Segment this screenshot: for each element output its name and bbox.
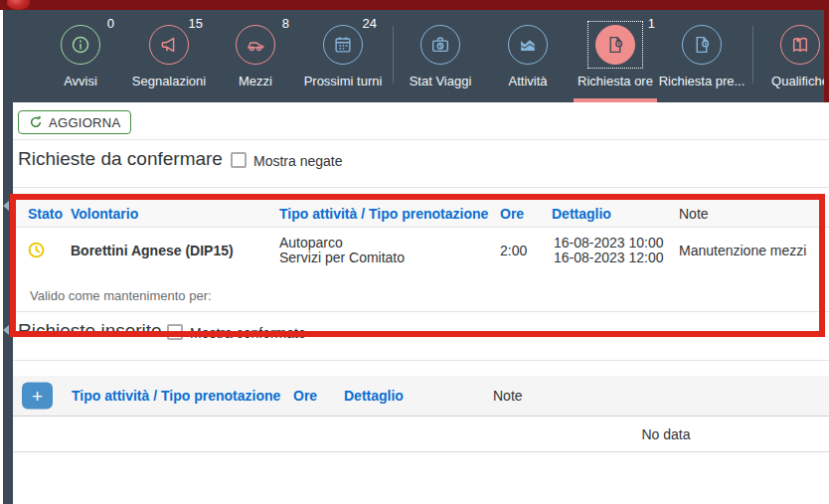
cell-dettaglio-fine: 16-08-2023 12:00	[554, 251, 664, 265]
tab-label: Qualifiche	[748, 74, 829, 88]
column-header-stato[interactable]: Stato	[28, 206, 63, 222]
tab-mezzi[interactable]: 8 Mezzi	[212, 10, 299, 102]
tab-richiesta-ore[interactable]: 1 Richiesta ore	[572, 10, 659, 102]
no-data-text: No data	[606, 426, 726, 442]
pending-table-header: Stato Volontario Tipo attività / Tipo pr…	[13, 200, 829, 228]
tab-prossimi-turni[interactable]: 24 Prossimi turni	[299, 10, 387, 102]
divider	[13, 311, 829, 312]
cell-tipo-prenotazione: Servizi per Comitato	[279, 251, 405, 265]
tab-avvisi[interactable]: 0 Avvisi	[37, 10, 124, 102]
row-footer-text: Valido come mantenimento per:	[30, 288, 212, 303]
mostra-confermate-label: Mostra confermate	[190, 325, 306, 341]
column-header-dettaglio[interactable]: Dettaglio	[344, 388, 404, 404]
tab-label: Richiesta pre...	[650, 74, 753, 88]
tab-attivita[interactable]: Attività	[484, 10, 572, 102]
empty-table-row: No data	[13, 417, 829, 452]
column-header-dettaglio[interactable]: Dettaglio	[552, 206, 611, 222]
tab-stat-viaggi[interactable]: Stat Viaggi	[397, 10, 484, 102]
calendar-icon	[323, 25, 363, 65]
badge-count: 15	[189, 16, 203, 31]
mostra-confermate-checkbox[interactable]	[167, 324, 183, 340]
column-header-ore[interactable]: Ore	[293, 388, 317, 404]
column-header-volontario[interactable]: Volontario	[71, 206, 138, 222]
megaphone-icon	[149, 25, 189, 65]
refresh-icon	[29, 115, 43, 129]
icon-tab-bar: 0 Avvisi 15 Segnalazioni 8	[13, 10, 829, 102]
pending-section-title: Richieste da confermare	[18, 148, 223, 170]
plus-icon: +	[32, 387, 43, 406]
badge-count: 0	[107, 16, 114, 31]
app-window: 0 Avvisi 15 Segnalazioni 8	[0, 0, 829, 504]
expand-panel-arrow-icon[interactable]	[3, 325, 9, 335]
window-title-bar	[0, 0, 829, 10]
mostra-negate-checkbox[interactable]	[231, 152, 247, 168]
divider	[13, 187, 829, 188]
document-clock-icon	[682, 25, 722, 65]
collapsed-side-panel	[3, 10, 13, 504]
briefcase-stats-icon	[420, 25, 460, 65]
column-header-ore[interactable]: Ore	[500, 206, 524, 222]
badge-count: 1	[648, 16, 655, 31]
refresh-button[interactable]: AGGIORNA	[18, 110, 131, 134]
add-request-button[interactable]: +	[22, 383, 53, 410]
inserted-table-header: + Tipo attività / Tipo prenotazione Ore …	[13, 376, 829, 417]
car-icon	[236, 25, 275, 65]
column-header-note: Note	[679, 206, 709, 222]
badge-count: 24	[363, 16, 377, 31]
tab-label: Prossimi turni	[291, 74, 395, 88]
divider	[13, 139, 829, 140]
divider	[13, 360, 829, 361]
window-control-button[interactable]	[7, 0, 30, 10]
cell-note: Manutenzione mezzi	[679, 244, 806, 258]
refresh-label: AGGIORNA	[49, 115, 120, 130]
info-icon	[61, 25, 100, 65]
inserted-section-title: Richieste inserite	[18, 320, 162, 342]
cell-volontario: Borettini Agnese (DIP15)	[71, 244, 234, 258]
column-header-tipo[interactable]: Tipo attività / Tipo prenotazione	[72, 388, 280, 404]
document-clock-icon	[595, 25, 635, 65]
mostra-negate-label: Mostra negate	[253, 153, 343, 169]
window-frame-edge	[824, 0, 829, 102]
book-icon	[780, 25, 820, 65]
badge-count: 8	[282, 16, 289, 31]
expand-panel-arrow-icon[interactable]	[3, 201, 9, 211]
pending-clock-icon	[28, 242, 45, 258]
cell-dettaglio-inizio: 16-08-2023 10:00	[554, 236, 664, 251]
tab-richiesta-prenotazione[interactable]: Richiesta pre...	[658, 10, 746, 102]
cell-tipo-attivita: Autoparco	[279, 236, 343, 251]
column-header-note: Note	[493, 388, 523, 404]
cell-ore: 2:00	[500, 244, 527, 258]
tab-qualifiche[interactable]: 1 Qualifiche	[756, 10, 829, 102]
tab-segnalazioni[interactable]: 15 Segnalazioni	[125, 10, 213, 102]
area-chart-icon	[508, 25, 548, 65]
column-header-tipo[interactable]: Tipo attività / Tipo prenotazione	[279, 206, 488, 222]
main-content: AGGIORNA Richieste da confermare Mostra …	[13, 102, 829, 504]
